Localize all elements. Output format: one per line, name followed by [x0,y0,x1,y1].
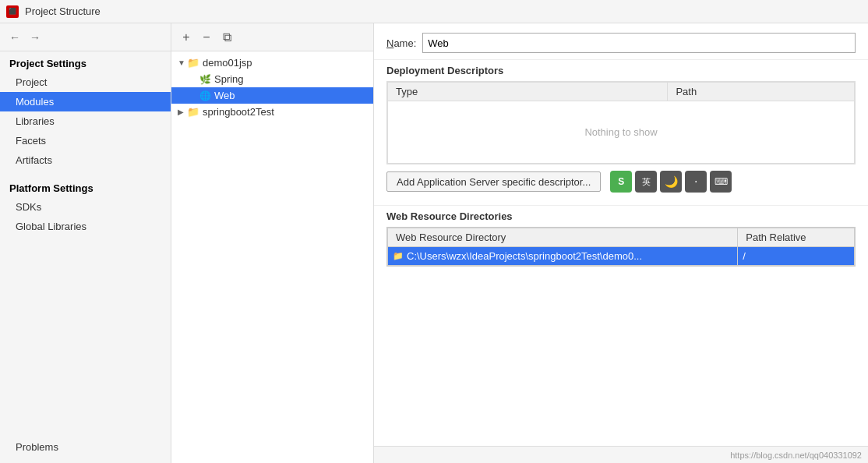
tree-add-button[interactable]: + [178,29,195,46]
forward-button[interactable]: → [26,29,44,46]
tree-item-springboot2test[interactable]: ▶ 📁 springboot2Test [171,104,373,120]
web-resource-dir-value: C:\Users\wzx\IdeaProjects\springboot2Tes… [407,250,642,262]
web-resource-dir-cell: 📁 C:\Users\wzx\IdeaProjects\springboot2T… [388,247,738,266]
back-button[interactable]: ← [6,29,23,46]
expand-arrow: ▼ [178,58,187,67]
tree-remove-button[interactable]: − [198,29,215,46]
window-title: Project Structure [25,5,101,17]
platform-settings-header: Platform Settings [0,176,171,197]
sidebar-item-artifacts[interactable]: Artifacts [0,150,171,170]
tree-copy-button[interactable]: ⧉ [218,29,235,46]
tree-item-spring[interactable]: 🌿 Spring [171,71,373,87]
sidebar-item-libraries[interactable]: Libraries [0,111,171,131]
name-input[interactable] [422,33,856,53]
app-icon [6,5,19,18]
tree-item-label: Web [214,90,235,101]
deployment-descriptors-table: Type Path Nothing to show [387,82,855,164]
sidebar-item-global-libraries[interactable]: Global Libraries [0,217,171,236]
module-icon: 📁 [187,106,199,118]
watermark-text: https://blog.csdn.net/qq040331092 [730,451,862,460]
sidebar-item-facets[interactable]: Facets [0,131,171,150]
module-icon: 📁 [187,57,199,69]
web-resource-row[interactable]: 📁 C:\Users\wzx\IdeaProjects\springboot2T… [388,247,855,266]
title-bar: Project Structure [0,0,868,23]
add-server-button[interactable]: Add Application Server specific descript… [386,171,601,192]
web-resource-directories-header: Web Resource Directories [374,205,868,227]
web-icon: 🌐 [199,90,211,101]
col-path-relative: Path Relative [738,228,855,247]
web-resource-table: Web Resource Directory Path Relative 📁 C… [387,228,855,266]
tree-panel: + − ⧉ ▼ 📁 demo01jsp 🌿 Spring [171,23,374,463]
web-resource-table-container: Web Resource Directory Path Relative 📁 C… [386,227,856,267]
sidebar-item-problems[interactable]: Problems [0,437,171,457]
sidebar-item-project[interactable]: Project [0,72,171,92]
empty-message: Nothing to show [388,101,855,164]
empty-row: Nothing to show [388,101,855,164]
tree-item-label: Spring [214,73,244,85]
sidebar: ← → Project Settings Project Modules Lib… [0,23,171,463]
sidebar-nav: ← → [0,23,171,51]
col-web-resource-dir: Web Resource Directory [388,228,738,247]
path-relative-cell: / [738,247,855,266]
ime-dot-icon: · [685,171,707,193]
expand-arrow: ▶ [178,108,187,116]
folder-icon: 📁 [393,251,404,261]
col-type: Type [388,83,668,101]
ime-icons-group: S 英 🌙 · ⌨ [610,171,732,193]
deployment-descriptors-header: Deployment Descriptors [374,59,868,81]
web-resource-section: Web Resource Directories Web Resource Di… [374,205,868,267]
spring-icon: 🌿 [199,74,211,85]
ime-keyboard-icon: ⌨ [710,171,732,193]
tree-item-label: springboot2Test [203,106,274,118]
tree-item-demo01jsp[interactable]: ▼ 📁 demo01jsp [171,55,373,71]
name-label: Name: [386,37,416,49]
tree-toolbar: + − ⧉ [171,23,373,51]
sogou-icon: S [610,171,632,193]
col-path: Path [668,83,855,101]
project-settings-header: Project Settings [0,51,171,72]
sidebar-item-modules[interactable]: Modules [0,92,171,111]
ime-eng-icon: 英 [635,171,657,193]
right-panel: Name: Deployment Descriptors Type Path N [374,23,868,463]
tree-item-web[interactable]: 🌐 Web [171,87,373,104]
watermark-bar: https://blog.csdn.net/qq040331092 [374,446,868,463]
add-server-row: Add Application Server specific descript… [374,164,868,199]
tree-content: ▼ 📁 demo01jsp 🌿 Spring 🌐 Web [171,51,373,463]
deployment-descriptors-table-container: Type Path Nothing to show [386,81,856,164]
sidebar-item-sdks[interactable]: SDKs [0,197,171,217]
ime-moon-icon: 🌙 [660,171,682,193]
name-row: Name: [374,23,868,59]
tree-item-label: demo01jsp [203,57,252,69]
